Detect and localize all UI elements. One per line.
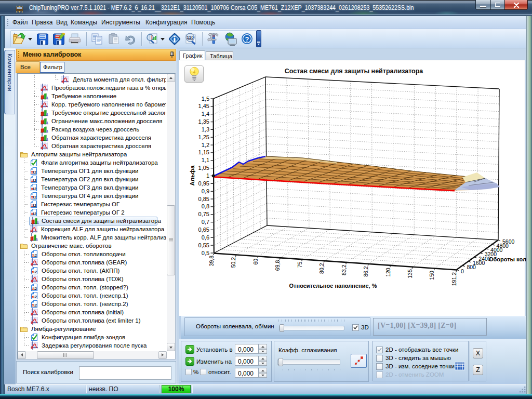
svg-text:1,15: 1,15 — [198, 149, 209, 155]
svg-text:86,2: 86,2 — [363, 266, 369, 277]
svg-text:1,25: 1,25 — [198, 134, 209, 140]
svg-text:83,2: 83,2 — [341, 264, 347, 275]
svg-text:50,2: 50,2 — [231, 257, 237, 268]
svg-text:80,2: 80,2 — [318, 263, 325, 274]
svg-text:0,65: 0,65 — [198, 227, 209, 233]
svg-text:120: 120 — [385, 268, 391, 277]
svg-text:Относительное наполнение, %: Относительное наполнение, % — [289, 283, 377, 289]
svg-text:1,4: 1,4 — [202, 111, 209, 117]
svg-text:60: 60 — [252, 259, 259, 265]
svg-text:0,6: 0,6 — [202, 234, 209, 241]
svg-text:0,5: 0,5 — [202, 250, 209, 256]
svg-text:Альфа: Альфа — [189, 165, 195, 186]
svg-text:1,45: 1,45 — [198, 103, 209, 109]
svg-text:0,7: 0,7 — [202, 219, 209, 225]
svg-text:0,85: 0,85 — [198, 196, 209, 202]
svg-text:1,35: 1,35 — [198, 118, 209, 125]
svg-text:5600: 5600 — [502, 238, 515, 245]
svg-text:75: 75 — [297, 261, 303, 268]
svg-text:1: 1 — [206, 172, 209, 179]
svg-text:1,3: 1,3 — [202, 126, 209, 132]
svg-text:0,8: 0,8 — [202, 203, 209, 209]
svg-text:0: 0 — [461, 268, 464, 274]
svg-text:0,9: 0,9 — [202, 188, 209, 194]
svg-text:0,95: 0,95 — [198, 180, 209, 187]
svg-text:1,05: 1,05 — [198, 165, 209, 171]
svg-text:69,8: 69,8 — [274, 260, 281, 271]
svg-text:39,8: 39,8 — [208, 256, 215, 267]
svg-text:0,75: 0,75 — [198, 211, 209, 217]
svg-text:150: 150 — [429, 271, 435, 280]
svg-text:191,2: 191,2 — [451, 272, 457, 286]
svg-text:1,2: 1,2 — [202, 142, 209, 148]
svg-text:Обороты кол: Обороты кол — [489, 256, 526, 262]
svg-text:135: 135 — [407, 269, 413, 278]
svg-text:1,1: 1,1 — [202, 157, 209, 163]
svg-text:0,55: 0,55 — [198, 242, 209, 248]
svg-text:1,5: 1,5 — [202, 96, 209, 102]
